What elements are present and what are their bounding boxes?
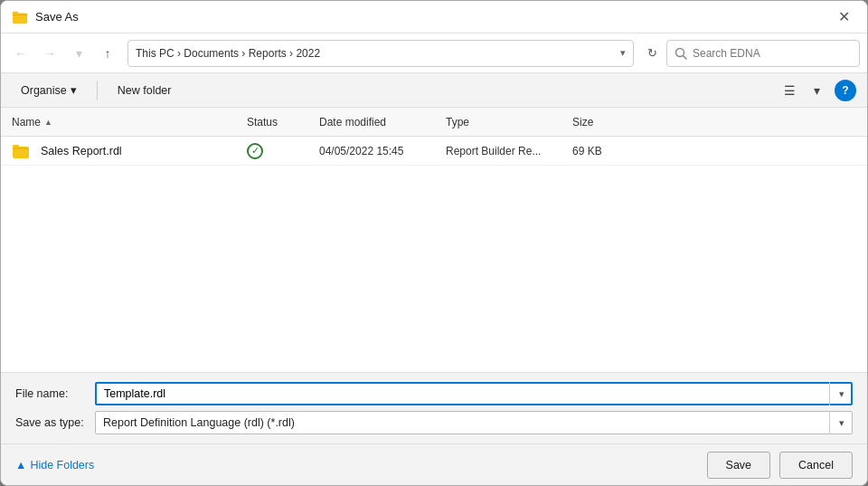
col-header-type: Type <box>446 116 572 129</box>
filename-label: File name: <box>15 387 88 400</box>
toolbar: Organise ▾ New folder ☰ ▾ ? <box>1 73 867 108</box>
file-name-text: Sales Report.rdl <box>41 145 122 157</box>
column-headers: Name ▲ Status Date modified Type Size <box>1 108 867 137</box>
view-list-button[interactable]: ☰ <box>777 79 802 102</box>
status-ok-icon: ✓ <box>247 143 263 159</box>
savetype-label: Save as type: <box>15 416 88 429</box>
title-bar: Save As ✕ <box>1 1 867 33</box>
file-icon <box>12 142 30 160</box>
view-buttons: ☰ ▾ ? <box>777 79 856 102</box>
file-list-area: Name ▲ Status Date modified Type Size Sa… <box>1 108 867 372</box>
close-button[interactable]: ✕ <box>831 5 856 30</box>
hide-folders-button[interactable]: ▲ Hide Folders <box>15 459 94 472</box>
savetype-row: Save as type: Report Definition Language… <box>15 411 853 434</box>
filename-row: File name: ▾ <box>15 382 853 405</box>
svg-rect-1 <box>13 11 18 14</box>
dialog-icon <box>12 9 28 25</box>
toolbar-divider <box>97 81 98 100</box>
file-status-cell: ✓ <box>247 143 319 159</box>
address-bar-text: This PC › Documents › Reports › 2022 <box>136 47 613 60</box>
search-box[interactable] <box>666 40 860 67</box>
svg-rect-5 <box>13 145 19 148</box>
sort-arrow: ▲ <box>44 118 52 127</box>
col-header-status: Status <box>247 116 319 129</box>
organise-button[interactable]: Organise ▾ <box>12 79 86 102</box>
save-button[interactable]: Save <box>707 452 771 479</box>
nav-bar: ← → ▾ ↑ This PC › Documents › Reports › … <box>1 33 867 73</box>
col-header-date: Date modified <box>319 116 446 129</box>
new-folder-button[interactable]: New folder <box>108 79 181 102</box>
dialog-title: Save As <box>35 10 831 24</box>
filename-chevron-icon[interactable]: ▾ <box>829 382 853 405</box>
dropdown-button[interactable]: ▾ <box>66 41 91 66</box>
savetype-select[interactable]: Report Definition Language (rdl) (*.rdl) <box>95 411 853 434</box>
search-input[interactable] <box>693 47 852 60</box>
save-as-dialog: Save As ✕ ← → ▾ ↑ This PC › Documents › … <box>0 0 868 486</box>
view-dropdown-button[interactable]: ▾ <box>804 79 829 102</box>
forward-button[interactable]: → <box>37 41 62 66</box>
file-name-cell: Sales Report.rdl <box>12 142 247 160</box>
file-date-cell: 04/05/2022 15:45 <box>319 145 446 157</box>
filename-input-wrapper: ▾ <box>95 382 853 405</box>
bottom-area: File name: ▾ Save as type: Report Defini… <box>1 372 867 443</box>
up-button[interactable]: ↑ <box>95 41 120 66</box>
cancel-button[interactable]: Cancel <box>779 452 853 479</box>
table-row[interactable]: Sales Report.rdl✓04/05/2022 15:45Report … <box>1 137 867 166</box>
refresh-button[interactable]: ↻ <box>641 43 663 64</box>
action-row: ▲ Hide Folders Save Cancel <box>1 443 867 485</box>
filename-input[interactable] <box>95 382 853 405</box>
help-button[interactable]: ? <box>835 80 856 101</box>
file-size-cell: 69 KB <box>572 145 645 157</box>
col-header-name: Name ▲ <box>12 116 247 129</box>
address-chevron-icon: ▾ <box>620 47 626 59</box>
svg-line-3 <box>684 55 687 59</box>
file-type-cell: Report Builder Re... <box>446 145 572 157</box>
back-button[interactable]: ← <box>8 41 33 66</box>
search-icon <box>675 47 687 60</box>
file-rows-container: Sales Report.rdl✓04/05/2022 15:45Report … <box>1 137 867 166</box>
col-header-size: Size <box>572 116 645 129</box>
address-bar[interactable]: This PC › Documents › Reports › 2022 ▾ <box>127 40 634 67</box>
savetype-select-wrapper: Report Definition Language (rdl) (*.rdl)… <box>95 411 853 434</box>
